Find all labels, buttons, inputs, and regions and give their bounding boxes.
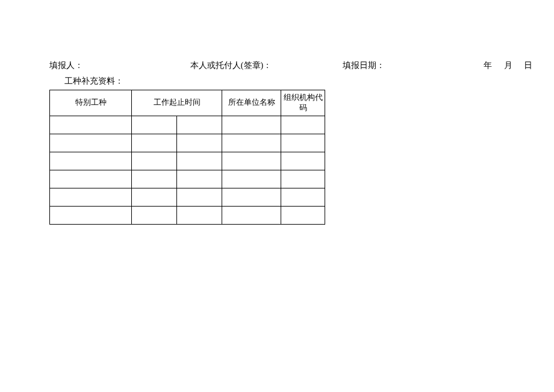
form-header-row: 填报人： 本人或托付人(签章)： 填报日期： 年 月 日 bbox=[0, 0, 554, 76]
cell-org-name[interactable] bbox=[222, 116, 281, 134]
table-header-row: 特别工种 工作起止时间 所在单位名称 组织机构代码 bbox=[50, 90, 325, 116]
cell-special-job[interactable] bbox=[50, 206, 132, 224]
table-row bbox=[50, 170, 325, 188]
cell-period-end[interactable] bbox=[177, 170, 222, 188]
cell-period-end[interactable] bbox=[177, 152, 222, 170]
header-org-name: 所在单位名称 bbox=[222, 90, 281, 116]
cell-org-name[interactable] bbox=[222, 206, 281, 224]
signatory-label: 本人或托付人(签章)： bbox=[190, 60, 343, 71]
reporter-label: 填报人： bbox=[49, 60, 190, 71]
header-org-code: 组织机构代码 bbox=[281, 90, 325, 116]
cell-org-code[interactable] bbox=[281, 188, 325, 206]
cell-org-name[interactable] bbox=[222, 188, 281, 206]
cell-org-name[interactable] bbox=[222, 134, 281, 152]
cell-special-job[interactable] bbox=[50, 152, 132, 170]
header-work-period: 工作起止时间 bbox=[132, 90, 222, 116]
cell-org-name[interactable] bbox=[222, 152, 281, 170]
cell-special-job[interactable] bbox=[50, 116, 132, 134]
cell-org-code[interactable] bbox=[281, 134, 325, 152]
cell-org-code[interactable] bbox=[281, 152, 325, 170]
table-row bbox=[50, 188, 325, 206]
table-row bbox=[50, 206, 325, 224]
subtitle: 工种补充资料： bbox=[0, 76, 554, 90]
cell-period-end[interactable] bbox=[177, 188, 222, 206]
date-parts: 年 月 日 bbox=[484, 60, 554, 71]
report-date-label: 填报日期： bbox=[343, 60, 484, 71]
cell-period-start[interactable] bbox=[132, 206, 177, 224]
cell-org-code[interactable] bbox=[281, 170, 325, 188]
cell-period-start[interactable] bbox=[132, 116, 177, 134]
table-row bbox=[50, 116, 325, 134]
cell-org-code[interactable] bbox=[281, 206, 325, 224]
cell-special-job[interactable] bbox=[50, 170, 132, 188]
cell-org-name[interactable] bbox=[222, 170, 281, 188]
cell-period-start[interactable] bbox=[132, 134, 177, 152]
cell-special-job[interactable] bbox=[50, 134, 132, 152]
table-row bbox=[50, 134, 325, 152]
cell-period-end[interactable] bbox=[177, 134, 222, 152]
table-container: 特别工种 工作起止时间 所在单位名称 组织机构代码 bbox=[0, 90, 554, 225]
table-row bbox=[50, 152, 325, 170]
cell-org-code[interactable] bbox=[281, 116, 325, 134]
cell-period-end[interactable] bbox=[177, 206, 222, 224]
cell-period-start[interactable] bbox=[132, 152, 177, 170]
cell-period-start[interactable] bbox=[132, 188, 177, 206]
job-supplement-table: 特别工种 工作起止时间 所在单位名称 组织机构代码 bbox=[49, 90, 325, 225]
header-special-job: 特别工种 bbox=[50, 90, 132, 116]
cell-period-end[interactable] bbox=[177, 116, 222, 134]
cell-period-start[interactable] bbox=[132, 170, 177, 188]
cell-special-job[interactable] bbox=[50, 188, 132, 206]
